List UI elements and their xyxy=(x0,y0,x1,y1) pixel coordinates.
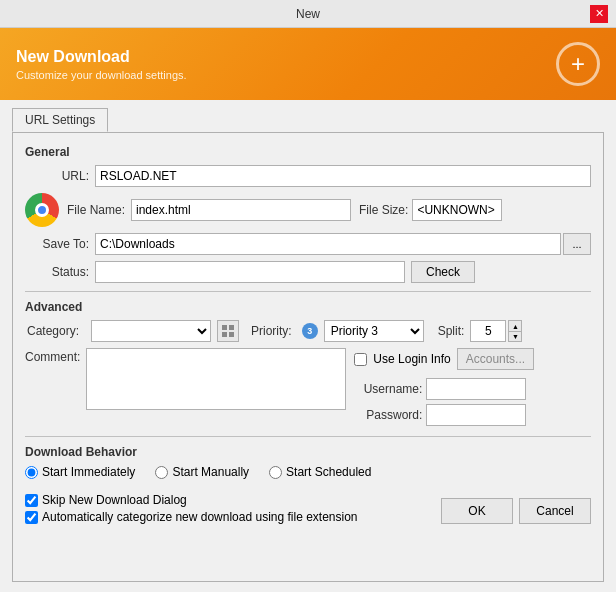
check-button[interactable]: Check xyxy=(411,261,475,283)
comment-textarea[interactable] xyxy=(86,348,346,410)
filename-label: File Name: xyxy=(67,203,131,217)
saveto-label: Save To: xyxy=(25,237,95,251)
saveto-input[interactable] xyxy=(95,233,561,255)
tabs: URL Settings xyxy=(12,108,604,132)
svg-rect-0 xyxy=(222,325,227,330)
settings-panel: General URL: File Name: File Size: Save … xyxy=(12,132,604,582)
ok-button[interactable]: OK xyxy=(441,498,513,524)
radio-start-scheduled[interactable]: Start Scheduled xyxy=(269,465,371,479)
header-title: New Download xyxy=(16,48,187,66)
svg-rect-3 xyxy=(229,332,234,337)
checkbox-auto-categorize[interactable]: Automatically categorize new download us… xyxy=(25,510,358,524)
filename-subrow: File Name: File Size: xyxy=(67,199,591,221)
add-download-icon[interactable]: + xyxy=(556,42,600,86)
priority-label: Priority: xyxy=(251,324,292,338)
bottom-buttons: OK Cancel xyxy=(441,498,591,524)
divider-1 xyxy=(25,291,591,292)
main-content: URL Settings General URL: File Name: Fil… xyxy=(0,100,616,592)
header-text: New Download Customize your download set… xyxy=(16,48,187,81)
password-input[interactable] xyxy=(426,404,526,426)
status-row: Status: Check xyxy=(25,261,591,283)
filename-input[interactable] xyxy=(131,199,351,221)
close-button[interactable]: ✕ xyxy=(590,5,608,23)
window-title: New xyxy=(26,7,590,21)
username-row: Username: xyxy=(354,378,591,400)
split-container: ▲ ▼ xyxy=(470,320,522,342)
priority-level-icon: 3 xyxy=(302,323,318,339)
login-header: Use Login Info Accounts... xyxy=(354,348,591,370)
tab-url-settings[interactable]: URL Settings xyxy=(12,108,108,132)
status-label: Status: xyxy=(25,265,95,279)
use-login-label: Use Login Info xyxy=(373,352,450,366)
radio-row: Start Immediately Start Manually Start S… xyxy=(25,465,591,479)
divider-2 xyxy=(25,436,591,437)
filesize-label: File Size: xyxy=(359,203,408,217)
url-label: URL: xyxy=(25,169,95,183)
advanced-section-label: Advanced xyxy=(25,300,591,314)
username-input[interactable] xyxy=(426,378,526,400)
download-behavior-section: Download Behavior Start Immediately Star… xyxy=(25,443,591,479)
accounts-button[interactable]: Accounts... xyxy=(457,348,534,370)
grid-icon xyxy=(222,325,234,337)
bottom-checkboxes: Skip New Download Dialog Automatically c… xyxy=(25,489,358,524)
category-select[interactable] xyxy=(91,320,211,342)
filename-row: File Name: File Size: xyxy=(25,193,591,227)
spin-up-button[interactable]: ▲ xyxy=(508,320,522,331)
comment-area: Comment: xyxy=(25,348,346,410)
category-icon-button[interactable] xyxy=(217,320,239,342)
radio-start-immediately[interactable]: Start Immediately xyxy=(25,465,135,479)
radio-start-manually[interactable]: Start Manually xyxy=(155,465,249,479)
browse-button[interactable]: ... xyxy=(563,233,591,255)
svg-rect-2 xyxy=(222,332,227,337)
svg-rect-1 xyxy=(229,325,234,330)
footer-row: Skip New Download Dialog Automatically c… xyxy=(25,489,591,524)
login-section: Use Login Info Accounts... Username: Pas… xyxy=(354,348,591,426)
status-input[interactable] xyxy=(95,261,405,283)
username-label: Username: xyxy=(354,382,422,396)
url-row: URL: xyxy=(25,165,591,187)
use-login-checkbox[interactable] xyxy=(354,353,367,366)
title-bar: New ✕ xyxy=(0,0,616,28)
password-row: Password: xyxy=(354,404,591,426)
header-subtitle: Customize your download settings. xyxy=(16,69,187,81)
split-label: Split: xyxy=(438,324,465,338)
spin-buttons: ▲ ▼ xyxy=(508,320,522,342)
header-banner: New Download Customize your download set… xyxy=(0,28,616,100)
comment-login-row: Comment: Use Login Info Accounts... User… xyxy=(25,348,591,426)
filesize-input[interactable] xyxy=(412,199,502,221)
saveto-row: Save To: ... xyxy=(25,233,591,255)
split-input[interactable] xyxy=(470,320,506,342)
priority-select[interactable]: Priority 3 xyxy=(324,320,424,342)
cancel-button[interactable]: Cancel xyxy=(519,498,591,524)
spin-down-button[interactable]: ▼ xyxy=(508,331,522,342)
general-section-label: General xyxy=(25,145,591,159)
checkbox-skip-dialog[interactable]: Skip New Download Dialog xyxy=(25,493,358,507)
advanced-row: Category: Priority: 3 Priority 3 Split: xyxy=(25,320,591,342)
category-label: Category: xyxy=(25,324,85,338)
comment-label: Comment: xyxy=(25,348,86,364)
download-behavior-label: Download Behavior xyxy=(25,445,591,459)
chrome-logo xyxy=(25,193,59,227)
password-label: Password: xyxy=(354,408,422,422)
url-input[interactable] xyxy=(95,165,591,187)
